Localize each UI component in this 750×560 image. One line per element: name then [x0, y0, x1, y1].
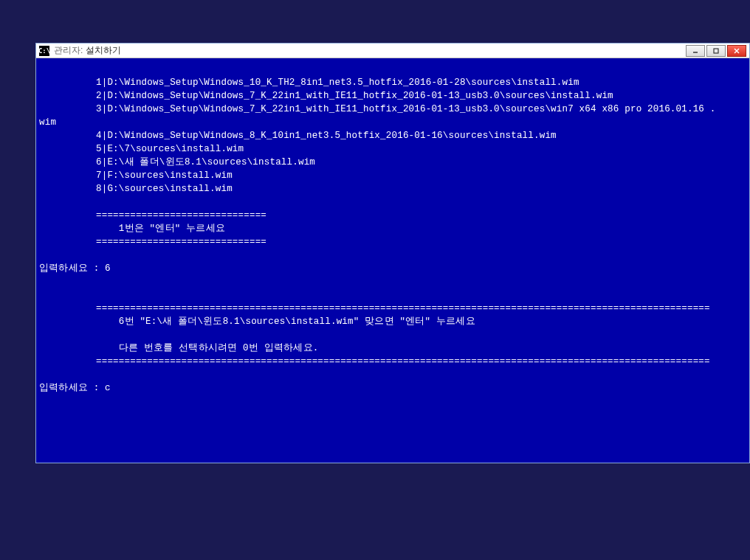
console-output[interactable]: 1|D:\Windows_Setup\Windows_10_K_TH2_8in1…	[36, 58, 749, 463]
console-window: C:\ 관리자: 설치하기 1|D:\Wi	[35, 43, 750, 463]
minimize-icon	[692, 47, 699, 55]
cmd-icon: C:\	[39, 46, 49, 56]
close-button[interactable]	[727, 45, 746, 57]
maximize-button[interactable]	[706, 45, 726, 57]
window-controls	[686, 45, 746, 57]
svg-rect-1	[714, 49, 718, 53]
close-icon	[733, 47, 740, 55]
minimize-button[interactable]	[686, 45, 705, 57]
maximize-icon	[712, 47, 720, 55]
titlebar[interactable]: C:\ 관리자: 설치하기	[36, 44, 749, 58]
title-prefix: 관리자:	[54, 44, 83, 57]
title-main: 설치하기	[86, 44, 121, 57]
